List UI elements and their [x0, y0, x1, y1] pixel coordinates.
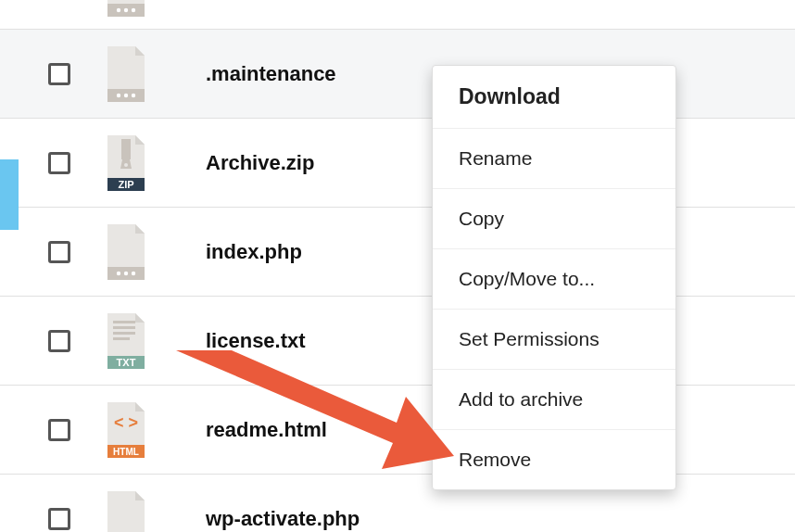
- html-file-icon: < > HTML: [104, 402, 148, 458]
- svg-rect-16: [113, 321, 135, 323]
- menu-item-download[interactable]: Download: [433, 66, 675, 129]
- svg-point-6: [124, 93, 128, 96]
- row-checkbox[interactable]: [48, 63, 70, 85]
- svg-point-7: [132, 93, 135, 96]
- file-icon: [104, 491, 148, 532]
- svg-point-3: [132, 8, 135, 12]
- svg-point-13: [117, 271, 120, 274]
- file-name[interactable]: wp-activate.php: [206, 507, 795, 531]
- svg-text:HTML: HTML: [113, 447, 139, 457]
- svg-text:< >: < >: [114, 413, 138, 432]
- svg-rect-8: [121, 139, 131, 159]
- svg-rect-18: [113, 332, 135, 335]
- row-checkbox[interactable]: [48, 330, 70, 352]
- menu-item-copy[interactable]: Copy: [433, 189, 675, 249]
- menu-item-add-to-archive[interactable]: Add to archive: [433, 370, 675, 430]
- svg-point-2: [124, 8, 128, 12]
- file-icon: [104, 224, 148, 280]
- zip-file-icon: ZIP: [104, 135, 148, 191]
- menu-item-rename[interactable]: Rename: [433, 129, 675, 189]
- row-checkbox[interactable]: [48, 508, 70, 530]
- context-menu: Download Rename Copy Copy/Move to... Set…: [432, 65, 676, 490]
- svg-text:ZIP: ZIP: [118, 179, 133, 190]
- menu-item-remove[interactable]: Remove: [433, 430, 675, 489]
- menu-item-copy-move-to[interactable]: Copy/Move to...: [433, 249, 675, 310]
- table-row[interactable]: [0, 0, 795, 30]
- svg-rect-19: [113, 337, 130, 340]
- svg-point-5: [117, 93, 120, 96]
- svg-text:TXT: TXT: [117, 357, 136, 368]
- file-icon: [104, 46, 148, 102]
- side-accent-bar: [0, 159, 19, 230]
- menu-item-set-permissions[interactable]: Set Permissions: [433, 310, 675, 370]
- txt-file-icon: TXT: [104, 313, 148, 369]
- row-checkbox[interactable]: [48, 152, 70, 174]
- svg-rect-17: [113, 326, 135, 329]
- file-icon: [104, 0, 148, 17]
- svg-point-15: [132, 271, 135, 274]
- svg-point-14: [124, 271, 128, 274]
- svg-point-1: [117, 8, 120, 12]
- svg-point-9: [124, 163, 128, 167]
- row-checkbox[interactable]: [48, 419, 70, 441]
- file-manager-view: .maintenance ZIP Archive.zip: [0, 0, 795, 532]
- row-checkbox[interactable]: [48, 241, 70, 263]
